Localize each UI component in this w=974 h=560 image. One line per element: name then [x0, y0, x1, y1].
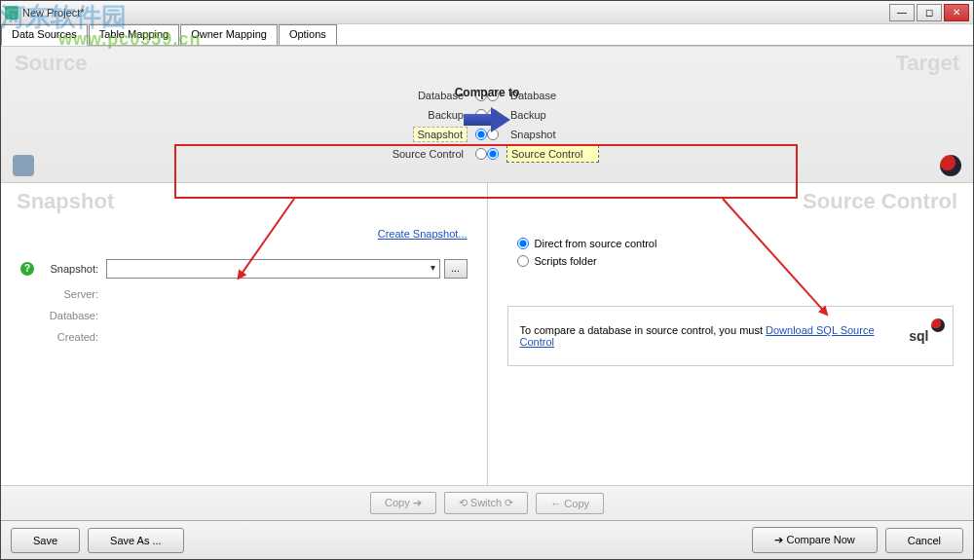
switch-button[interactable]: ⟲ Switch ⟳ [444, 492, 529, 514]
target-label: Target [895, 51, 959, 76]
cancel-button[interactable]: Cancel [885, 528, 963, 553]
tab-owner-mapping[interactable]: Owner Mapping [180, 24, 278, 45]
database-field-label: Database: [20, 310, 98, 321]
source-control-panel: Source Control Direct from source contro… [487, 183, 974, 485]
tab-options[interactable]: Options [279, 24, 337, 45]
snapshot-panel: Snapshot Create Snapshot... ? Snapshot: … [1, 183, 487, 485]
annotation-box [174, 144, 798, 199]
download-message: To compare a database in source control,… [507, 306, 955, 366]
help-icon[interactable]: ? [20, 262, 34, 276]
scripts-radio[interactable] [517, 255, 529, 267]
compare-to-label: Compare to [429, 86, 545, 99]
snapshot-field-label: Snapshot: [40, 263, 98, 275]
server-field-label: Server: [20, 288, 98, 300]
msg-text: To compare a database in source control,… [520, 324, 889, 348]
body-row: Snapshot Create Snapshot... ? Snapshot: … [1, 183, 973, 485]
window-buttons: — ◻ ✕ [889, 4, 969, 21]
sql-logo-icon: sql [897, 320, 941, 352]
footer: Save Save As ... ➔ Compare Now Cancel [1, 520, 973, 559]
create-snapshot-link[interactable]: Create Snapshot... [378, 228, 468, 240]
maximize-button[interactable]: ◻ [917, 4, 942, 21]
app-window: New Project* — ◻ ✕ Data Sources Table Ma… [0, 0, 974, 560]
source-label: Source [15, 51, 88, 76]
created-field-label: Created: [20, 331, 98, 343]
save-as-button[interactable]: Save As ... [88, 528, 184, 553]
tab-bar: Data Sources Table Mapping Owner Mapping… [1, 24, 973, 46]
direct-radio[interactable] [517, 238, 529, 249]
direct-label: Direct from source control [535, 238, 657, 249]
yinyang-icon [940, 155, 961, 176]
compare-now-button[interactable]: ➔ Compare Now [752, 527, 877, 553]
compare-arrow-icon [458, 105, 516, 134]
snapshot-combo[interactable] [106, 259, 440, 279]
copy-left-button[interactable]: ← Copy [536, 493, 604, 514]
browse-button[interactable]: ... [444, 259, 468, 279]
app-icon [5, 6, 19, 19]
content: Source Database Backup Snapshot Source C… [1, 46, 973, 520]
window-title: New Project* [22, 7, 889, 19]
scripts-label: Scripts folder [535, 255, 597, 267]
tab-table-mapping[interactable]: Table Mapping [89, 24, 180, 45]
snapshot-panel-title: Snapshot [17, 189, 114, 214]
database-icon [13, 155, 34, 176]
save-button[interactable]: Save [11, 528, 80, 553]
compare-to-block: Compare to [429, 86, 545, 134]
source-control-panel-title: Source Control [803, 189, 957, 214]
minimize-button[interactable]: — [889, 4, 915, 21]
copy-right-button[interactable]: Copy ➔ [370, 492, 436, 514]
middle-button-bar: Copy ➔ ⟲ Switch ⟳ ← Copy [1, 485, 973, 520]
close-button[interactable]: ✕ [944, 4, 969, 21]
titlebar: New Project* — ◻ ✕ [1, 1, 973, 24]
tab-data-sources[interactable]: Data Sources [1, 24, 88, 46]
